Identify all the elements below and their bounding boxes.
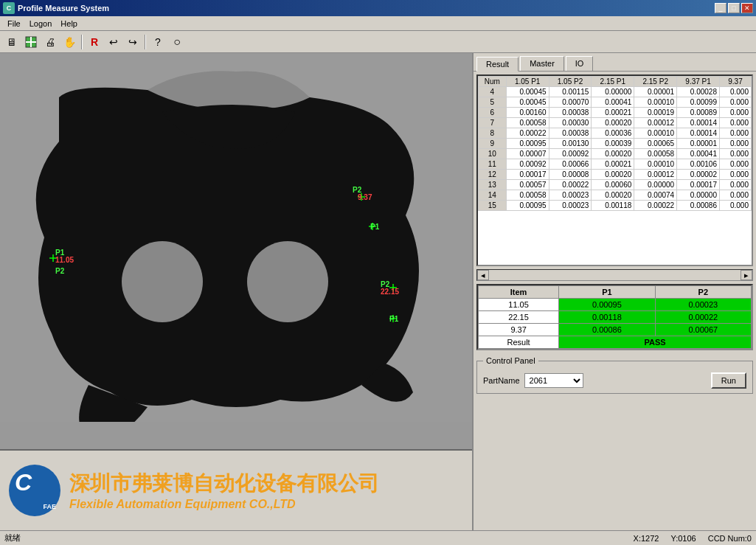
tab-result[interactable]: Result — [476, 57, 519, 72]
horizontal-scrollbar[interactable]: ◂ ▸ — [476, 269, 753, 281]
table-cell: 0.00160 — [506, 108, 549, 118]
toolbar-help-button[interactable]: ? — [149, 33, 167, 51]
app-icon: C — [3, 2, 15, 14]
table-cell: 0.00008 — [549, 170, 592, 180]
title-bar-buttons: _ □ ✕ — [715, 3, 753, 13]
summary-item-1: 11.05 — [479, 299, 559, 311]
tab-master[interactable]: Master — [520, 56, 564, 71]
table-cell: 0.00030 — [549, 118, 592, 128]
summary-result-row: Result PASS — [479, 336, 752, 349]
table-row: 110.000920.000660.000210.000100.001060.0… — [479, 159, 752, 170]
table-cell: 0.00038 — [549, 108, 592, 118]
table-cell: 0.000 — [720, 139, 752, 149]
table-cell: 0.00058 — [506, 190, 549, 201]
svg-point-5 — [247, 241, 328, 322]
table-cell: 0.00036 — [592, 128, 634, 139]
col-105p2: 1.05 P2 — [549, 77, 592, 87]
menu-help[interactable]: Help — [56, 18, 82, 29]
image-label-p2-left: P2 — [55, 267, 64, 275]
toolbar-undo-button[interactable]: ↩ — [105, 33, 122, 51]
table-cell: 0.00092 — [549, 149, 592, 159]
table-cell: 0.00066 — [549, 159, 592, 170]
toolbar-separator-2 — [145, 35, 146, 49]
table-cell: 0.00021 — [592, 108, 634, 118]
table-cell: 0.00020 — [592, 149, 634, 159]
summary-row-3: 9.37 0.00086 0.00067 — [479, 324, 752, 336]
summary-p1-1: 0.00095 — [559, 299, 655, 311]
table-cell: 0.000 — [720, 87, 752, 97]
table-row: 100.000070.000920.000200.000580.000410.0… — [479, 149, 752, 159]
col-937p1: 9.37 P1 — [677, 77, 720, 87]
table-cell: 0.00086 — [677, 201, 720, 211]
status-coords: X:1272 Y:0106 CCD Num:0 — [634, 534, 752, 543]
table-row: 70.000580.000300.000200.000120.000140.00… — [479, 118, 752, 128]
run-button[interactable]: Run — [711, 372, 746, 389]
table-cell: 0.000 — [720, 170, 752, 180]
table-cell: 0.00115 — [549, 87, 592, 97]
partname-select[interactable]: 2061 2062 2063 — [524, 373, 583, 388]
scroll-track[interactable] — [489, 272, 741, 278]
close-button[interactable]: ✕ — [741, 3, 753, 13]
table-cell: 0.00065 — [634, 139, 677, 149]
table-row: 50.000450.000700.000410.000100.000990.00… — [479, 97, 752, 108]
summary-p1-2: 0.00118 — [559, 311, 655, 324]
status-y: Y:0106 — [670, 534, 696, 543]
table-cell: 0.00022 — [506, 128, 549, 139]
image-label-1105: 11.05 — [55, 256, 74, 264]
table-cell: 12 — [479, 170, 507, 180]
image-label-937: 9.37 — [358, 193, 372, 201]
table-cell: 0.00060 — [592, 180, 634, 190]
data-table: Num 1.05 P1 1.05 P2 2.15 P1 2.15 P2 9.37… — [478, 76, 752, 211]
logo-text-area: 深圳市弗莱博自动化设备有限公司 Flexible Automation Equi… — [69, 470, 379, 511]
table-row: 60.001600.000380.000210.000190.000890.00… — [479, 108, 752, 118]
toolbar-print-button[interactable]: 🖨 — [41, 33, 59, 51]
image-label-2215: 22.15 — [381, 288, 399, 296]
table-cell: 0.000 — [720, 149, 752, 159]
table-cell: 0.00070 — [549, 97, 592, 108]
title-bar-text: Profile Measure System — [18, 4, 109, 13]
table-cell: 15 — [479, 201, 507, 211]
toolbar-hand-button[interactable]: ✋ — [60, 33, 78, 51]
table-cell: 0.000 — [720, 118, 752, 128]
data-table-container[interactable]: Num 1.05 P1 1.05 P2 2.15 P1 2.15 P2 9.37… — [476, 74, 753, 266]
toolbar-r-button[interactable]: R — [86, 33, 103, 51]
col-105p1: 1.05 P1 — [506, 77, 549, 87]
control-row: PartName 2061 2062 2063 Run — [483, 372, 746, 389]
menu-logon[interactable]: Logon — [25, 18, 57, 29]
table-cell: 0.00000 — [677, 190, 720, 201]
status-bar: 就绪 X:1272 Y:0106 CCD Num:0 — [0, 530, 756, 545]
toolbar-open-button[interactable] — [22, 33, 40, 51]
scroll-left-btn[interactable]: ◂ — [477, 270, 489, 280]
menu-file[interactable]: File — [3, 18, 25, 29]
table-row: 80.000220.000380.000360.000100.000140.00… — [479, 128, 752, 139]
partname-label: PartName — [483, 376, 520, 385]
toolbar-new-button[interactable]: 🖥 — [3, 33, 21, 51]
table-cell: 0.00058 — [506, 118, 549, 128]
table-cell: 0.00021 — [592, 159, 634, 170]
table-cell: 0.000 — [720, 201, 752, 211]
col-937: 9.37 — [720, 77, 752, 87]
control-panel-title: Control Panel — [483, 356, 538, 365]
table-cell: 0.00041 — [592, 97, 634, 108]
table-cell: 0.00017 — [677, 180, 720, 190]
table-cell: 0.00095 — [506, 139, 549, 149]
table-cell: 0.00039 — [592, 139, 634, 149]
toolbar-redo-button[interactable]: ↪ — [124, 33, 142, 51]
table-cell: 0.00020 — [592, 118, 634, 128]
table-cell: 11 — [479, 159, 507, 170]
table-cell: 0.00045 — [506, 97, 549, 108]
scroll-right-btn[interactable]: ▸ — [741, 270, 752, 280]
table-cell: 0.00099 — [677, 97, 720, 108]
table-cell: 0.00014 — [677, 118, 720, 128]
logo-circle: C FAE — [9, 465, 60, 516]
table-cell: 14 — [479, 190, 507, 201]
tab-io[interactable]: IO — [566, 56, 594, 71]
table-cell: 5 — [479, 97, 507, 108]
minimize-button[interactable]: _ — [715, 3, 726, 13]
table-cell: 0.00010 — [634, 97, 677, 108]
maximize-button[interactable]: □ — [728, 3, 740, 13]
summary-col-p2: P2 — [655, 286, 751, 299]
table-cell: 0.000 — [720, 108, 752, 118]
table-cell: 0.00074 — [634, 190, 677, 201]
toolbar-circle-button[interactable]: ○ — [168, 33, 186, 51]
